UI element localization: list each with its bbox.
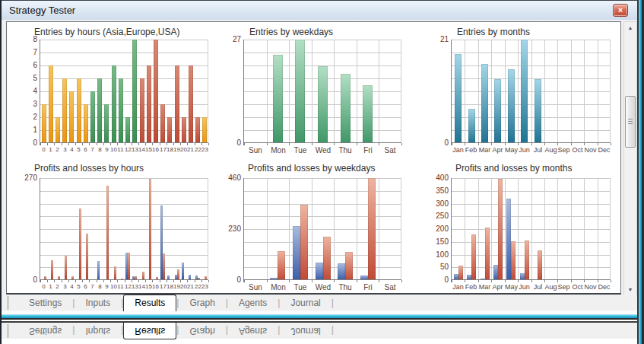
gridline-horizontal [40,178,208,179]
chart-title: Entries by months [457,27,530,37]
gridline-vertical [571,40,572,143]
axis-tick [478,143,479,145]
axis-tick [544,143,545,145]
gridline-vertical [531,178,532,280]
gridline-horizontal [244,53,401,53]
y-tick-label: 0 [13,139,37,147]
axis-tick [103,280,104,282]
y-tick-label: 250 [424,212,449,220]
close-button[interactable]: × [613,4,628,17]
gridline-vertical [465,178,465,280]
y-tick-label: 6 [13,61,37,69]
axis-tick [117,280,118,282]
tab-results[interactable]: Results [123,323,176,339]
axis-tick [357,280,357,282]
axis-tick [187,143,188,145]
gridline-vertical [610,40,611,143]
gridline-vertical [505,178,506,280]
tab-settings[interactable]: Settings [18,295,72,311]
vertical-scrollbar[interactable]: ▲ ▼ [623,21,637,297]
gridline-horizontal [244,178,401,179]
axis-tick [62,280,62,282]
tab-inputs[interactable]: Inputs [75,295,121,311]
bar [106,186,109,280]
axis-tick [167,280,167,282]
bar [112,65,116,143]
bar [455,54,462,143]
scrollbar-thumb[interactable] [625,96,636,148]
axis-tick [160,280,160,282]
gridline-vertical [491,178,492,280]
y-tick-label: 5 [13,74,37,82]
bar [511,241,516,280]
axis-tick [187,280,188,282]
axis-tick [132,280,132,282]
bar [128,253,130,280]
tab-inputs[interactable]: Inputs [75,323,121,339]
axis-tick [544,280,545,282]
gridline-vertical [544,178,545,280]
bar [182,263,184,280]
y-axis-line [451,40,452,145]
tab-journal[interactable]: Journal [280,323,331,339]
reflection-tab-divider [8,324,8,338]
axis-tick [267,280,268,282]
axis-tick [117,143,118,145]
gridline-vertical [379,40,379,143]
tab-agents[interactable]: Agents [228,323,278,339]
bar [147,65,151,143]
bar [316,263,323,280]
axis-tick [40,280,41,282]
tab-graph[interactable]: Graph [179,323,225,339]
gridline-vertical [584,178,585,280]
tab-graph[interactable]: Graph [179,295,225,311]
y-axis-line [243,40,244,145]
gridline-vertical [334,178,335,280]
bar [97,78,102,143]
bar [182,117,186,143]
scroll-down-button[interactable]: ▼ [624,284,636,296]
reflection-tab-row: Settings|Inputs|Results|Graph|Agents|Jou… [18,323,334,339]
axis-tick [89,143,90,145]
axis-tick [167,143,167,145]
gridline-vertical [544,40,545,143]
chevron-down-icon: ▼ [628,287,633,292]
gridline-vertical [267,40,268,143]
tab-journal[interactable]: Journal [280,295,331,311]
gridline-vertical [491,40,492,143]
titlebar: Strategy Tester × [2,1,637,20]
axis-tick [379,143,379,145]
x-tick-label: Dec [595,283,613,291]
bar [163,253,165,280]
gridline-horizontal [40,191,208,192]
bar [77,78,81,143]
chart-title: Profits and losses by hours [34,163,144,174]
gridline-horizontal [40,65,208,66]
tab-agents[interactable]: Agents [228,295,278,311]
axis-tick [152,280,153,282]
y-tick-label: 150 [424,237,449,246]
axis-tick [531,280,532,282]
axis-tick [180,143,181,145]
bar [345,252,353,280]
axis-tick [312,143,312,145]
tab-bar: Settings|Inputs|Results|Graph|Agents|Jou… [2,295,637,311]
bar [295,40,305,143]
bar [132,40,137,143]
x-tick-label: 23 [199,283,211,290]
gridline-vertical [267,178,268,280]
chart-plot [452,178,611,280]
tab-settings[interactable]: Settings [18,323,72,339]
axis-tick [82,143,83,145]
axis-tick [138,143,139,145]
scroll-up-button[interactable]: ▲ [624,22,636,34]
gridline-horizontal [244,40,401,40]
axis-tick [518,280,519,282]
y-tick-label: 2 [13,113,37,121]
charts-panel: Entries by hours (Asia,Europe,USA)012345… [6,21,621,295]
gridline-vertical [557,178,558,280]
tab-results[interactable]: Results [123,295,176,311]
window-border-left [0,0,2,344]
close-icon: × [618,5,623,14]
gridline-vertical [357,40,357,143]
